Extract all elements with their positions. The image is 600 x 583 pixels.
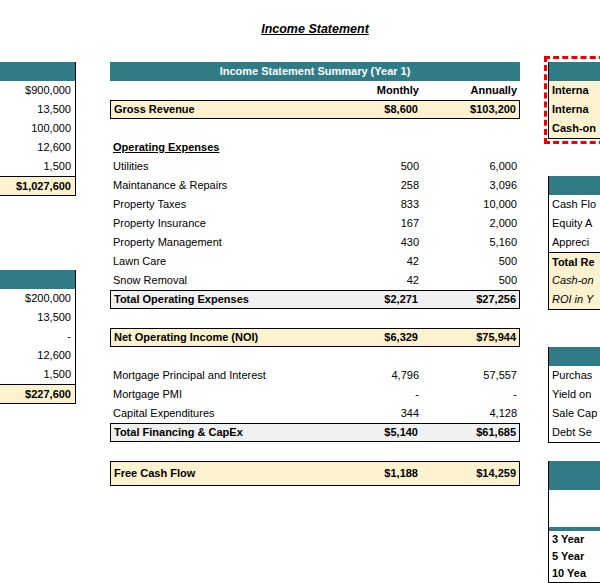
value-cell[interactable]: 100,000 [0, 119, 75, 138]
statement-row: Lawn Care42500 [110, 252, 520, 271]
row-label[interactable]: Cash-on [549, 271, 600, 290]
row-label[interactable]: Interna [549, 81, 600, 100]
left-table-1-rows: $900,00013,500100,00012,6001,500$1,027,6… [0, 81, 75, 196]
row-label[interactable]: Debt Se [549, 423, 600, 442]
value-cell[interactable]: 1,500 [0, 157, 75, 176]
monthly-value[interactable]: $1,188 [318, 462, 418, 485]
annual-value[interactable]: $14,259 [418, 462, 519, 485]
annual-value[interactable]: 57,557 [419, 366, 520, 385]
statement-row: Operating Expenses [110, 138, 520, 157]
value-cell[interactable]: 13,500 [0, 100, 75, 119]
row-label[interactable]: Sale Cap [549, 404, 600, 423]
left-table-1-header[interactable] [0, 62, 75, 81]
row-label[interactable]: Free Cash Flow [111, 462, 318, 485]
column-header-annually[interactable]: Annually [419, 81, 520, 100]
value-cell[interactable]: $900,000 [0, 81, 75, 100]
monthly-value[interactable]: $5,140 [318, 424, 418, 441]
total-cell[interactable]: $227,600 [0, 384, 75, 404]
annual-value[interactable] [419, 138, 520, 157]
value-cell[interactable]: 12,600 [0, 138, 75, 157]
monthly-value[interactable]: 258 [319, 176, 419, 195]
row-label[interactable]: Interna [549, 100, 600, 119]
row-label[interactable]: Lawn Care [110, 252, 319, 271]
income-summary-header[interactable]: Income Statement Summary (Year 1) [110, 62, 520, 81]
cap-rate-header[interactable] [549, 347, 600, 366]
annual-value[interactable]: 6,000 [419, 157, 520, 176]
monthly-value[interactable]: 430 [319, 233, 419, 252]
annual-value[interactable]: 500 [419, 271, 520, 290]
row-label[interactable]: Property Insurance [110, 214, 319, 233]
annual-value[interactable]: - [419, 385, 520, 404]
monthly-value[interactable]: 42 [319, 271, 419, 290]
total-return-header[interactable] [549, 176, 600, 195]
total-cell[interactable]: $1,027,600 [0, 176, 75, 196]
annual-value[interactable]: $103,200 [418, 101, 519, 118]
column-header-monthly[interactable]: Monthly [319, 81, 419, 100]
value-cell[interactable]: $200,000 [0, 289, 75, 308]
row-label[interactable]: Net Operating Income (NOI) [111, 329, 318, 346]
year-label[interactable]: 3 Year [549, 531, 600, 548]
row-label[interactable]: Equity A [549, 214, 600, 233]
statement-row [110, 442, 520, 461]
returns-metrics-header[interactable] [549, 62, 600, 81]
value-cell[interactable]: - [0, 327, 75, 346]
monthly-value[interactable]: 833 [319, 195, 419, 214]
row-label[interactable]: Total Re [549, 252, 600, 271]
row-label[interactable]: Mortgage PMI [110, 385, 319, 404]
annual-value[interactable]: 10,000 [419, 195, 520, 214]
value-cell[interactable]: 12,600 [0, 346, 75, 365]
statement-row: Capital Expenditures3444,128 [110, 404, 520, 423]
row-label[interactable]: Maintanance & Repairs [110, 176, 319, 195]
monthly-value[interactable]: $2,271 [318, 291, 418, 308]
annual-value[interactable]: $75,944 [418, 329, 519, 346]
monthly-value[interactable]: 4,796 [319, 366, 419, 385]
left-table-2-header[interactable] [0, 270, 75, 289]
monthly-value[interactable]: - [319, 385, 419, 404]
row-label[interactable]: Capital Expenditures [110, 404, 319, 423]
annual-value[interactable]: 3,096 [419, 176, 520, 195]
row-label[interactable]: Utilities [110, 157, 319, 176]
annual-value[interactable]: $61,685 [418, 424, 519, 441]
row-label[interactable]: Mortgage Principal and Interest [110, 366, 319, 385]
annual-value[interactable]: 5,160 [419, 233, 520, 252]
row-label[interactable]: Property Management [110, 233, 319, 252]
annual-value[interactable]: 500 [419, 252, 520, 271]
monthly-value[interactable]: $8,600 [318, 101, 418, 118]
annual-value[interactable]: 2,000 [419, 214, 520, 233]
multi-year-header[interactable] [549, 461, 600, 490]
row-label[interactable]: Purchas [549, 366, 600, 385]
statement-row: Free Cash Flow$1,188$14,259 [110, 461, 520, 486]
row-label[interactable]: Cash-on [549, 119, 600, 138]
monthly-value[interactable] [319, 138, 419, 157]
monthly-value[interactable]: 167 [319, 214, 419, 233]
monthly-value[interactable]: 42 [319, 252, 419, 271]
monthly-value[interactable]: 500 [319, 157, 419, 176]
monthly-value[interactable]: 344 [319, 404, 419, 423]
row-label[interactable]: Cash Flo [549, 195, 600, 214]
statement-row: Total Operating Expenses$2,271$27,256 [110, 290, 520, 309]
monthly-value[interactable]: $6,329 [318, 329, 418, 346]
annual-value[interactable]: 4,128 [419, 404, 520, 423]
row-label[interactable]: Operating Expenses [110, 138, 319, 157]
left-table-2: $200,00013,500-12,6001,500$227,600 [0, 270, 76, 404]
year-label[interactable]: 5 Year [549, 548, 600, 565]
statement-row: Mortgage PMI-- [110, 385, 520, 404]
row-label[interactable]: Total Operating Expenses [111, 291, 318, 308]
row-label[interactable]: Gross Revenue [111, 101, 318, 118]
row-label[interactable]: Snow Removal [110, 271, 319, 290]
annual-value[interactable]: $27,256 [418, 291, 519, 308]
value-cell[interactable]: 1,500 [0, 365, 75, 384]
left-table-2-rows: $200,00013,500-12,6001,500$227,600 [0, 289, 75, 404]
row-label[interactable]: Yield on [549, 385, 600, 404]
row-label[interactable]: Total Financing & CapEx [111, 424, 318, 441]
statement-row [110, 309, 520, 328]
year-label[interactable]: 10 Yea [549, 565, 600, 582]
column-header-spacer [110, 81, 319, 100]
multi-year-rows: 3 Year5 Year10 Yea [549, 531, 600, 582]
statement-row: Maintanance & Repairs2583,096 [110, 176, 520, 195]
row-label[interactable]: Property Taxes [110, 195, 319, 214]
row-label[interactable]: ROI in Y [549, 290, 600, 309]
statement-row: Property Taxes83310,000 [110, 195, 520, 214]
value-cell[interactable]: 13,500 [0, 308, 75, 327]
row-label[interactable]: Appreci [549, 233, 600, 252]
